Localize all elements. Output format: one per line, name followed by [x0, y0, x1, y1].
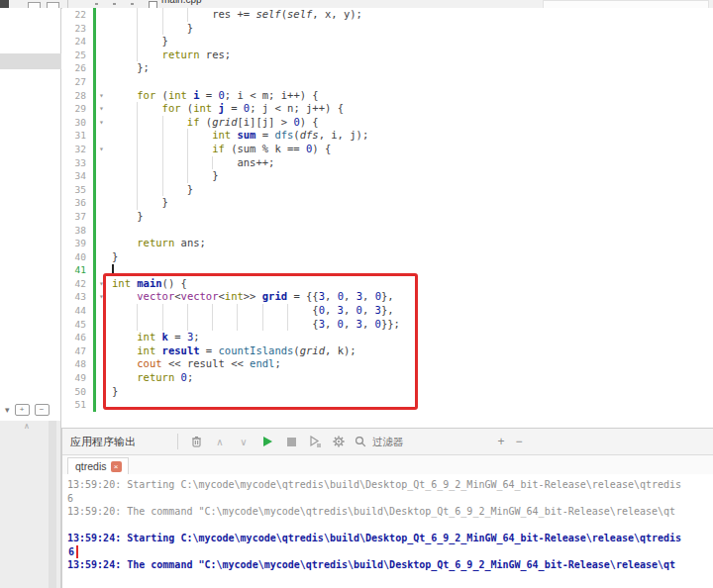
line-number[interactable]: 27: [62, 75, 86, 89]
code-line[interactable]: 23 }: [62, 22, 713, 36]
code-line[interactable]: 29▾ for (int j = 0; j < n; j++) {: [62, 102, 713, 116]
line-number[interactable]: 23: [62, 22, 86, 36]
code-line[interactable]: 44 {0, 3, 0, 3},: [62, 304, 713, 318]
line-number[interactable]: 50: [62, 385, 86, 399]
next-item-button[interactable]: ∨: [234, 433, 254, 450]
sidebar-dropdown-icon[interactable]: ▾: [5, 406, 10, 415]
code-line[interactable]: 34 }: [62, 169, 713, 183]
fold-marker-icon[interactable]: ▾: [99, 143, 104, 156]
code-line[interactable]: 24 }: [62, 35, 713, 49]
forward-icon[interactable]: [113, 3, 116, 5]
code-line[interactable]: 46 int k = 3;: [62, 331, 713, 344]
code-line[interactable]: 43▾ vector<vector<int>> grid = {{3, 0, 3…: [62, 290, 713, 304]
line-number[interactable]: 34: [62, 169, 86, 183]
indent-guide: [137, 35, 138, 49]
prev-item-button[interactable]: ∧: [210, 433, 230, 450]
line-number[interactable]: 24: [62, 35, 86, 49]
code-line[interactable]: 42▾int main() {: [62, 277, 713, 291]
line-number[interactable]: 39: [62, 237, 86, 250]
code-line[interactable]: 25 return res;: [62, 49, 713, 62]
code-line[interactable]: 50}: [62, 385, 713, 399]
fold-marker-icon[interactable]: ▾: [99, 116, 104, 130]
code-line[interactable]: 26 };: [62, 61, 713, 75]
file-tab-label[interactable]: main.cpp: [161, 0, 202, 5]
code-line[interactable]: 45 {3, 0, 3, 0}};: [62, 318, 713, 332]
line-number[interactable]: 33: [62, 156, 86, 170]
fold-marker-icon[interactable]: ▾: [99, 290, 104, 304]
code-line[interactable]: 28▾ for (int i = 0; i < m; i++) {: [62, 89, 713, 103]
code-text: {0, 3, 0, 3},: [112, 304, 713, 318]
sidebar-selected-row[interactable]: [0, 53, 61, 69]
code-line[interactable]: 35 }: [62, 183, 713, 197]
line-number[interactable]: 32: [62, 143, 86, 156]
back-icon[interactable]: [95, 3, 98, 5]
code-line[interactable]: 38: [62, 224, 713, 238]
chevron-up-icon: ∧: [216, 437, 223, 447]
code-line[interactable]: 36 }: [62, 196, 713, 210]
stop-button[interactable]: [281, 433, 301, 450]
tab-qtredis[interactable]: qtredis ×: [67, 457, 129, 474]
code-line[interactable]: 30▾ if (grid[i][j] > 0) {: [62, 116, 713, 130]
line-number[interactable]: 47: [62, 344, 86, 358]
line-number[interactable]: 45: [62, 318, 86, 332]
indent-guide: [137, 304, 138, 318]
line-number[interactable]: 44: [62, 304, 86, 318]
line-number[interactable]: 49: [62, 371, 86, 385]
scroll-up-icon[interactable]: ∧: [24, 422, 30, 431]
code-line[interactable]: 49 return 0;: [62, 371, 713, 385]
code-text: return res;: [112, 49, 713, 62]
code-line[interactable]: 31 int sum = dfs(dfs, i, j);: [62, 129, 713, 143]
expand-all-icon[interactable]: +: [15, 404, 30, 416]
code-line[interactable]: 33 ans++;: [62, 156, 713, 170]
code-line[interactable]: 37 }: [62, 210, 713, 224]
fold-marker-icon[interactable]: ▾: [99, 89, 104, 103]
code-line[interactable]: 32▾ if (sum % k == 0) {: [62, 143, 713, 156]
line-number[interactable]: 40: [62, 250, 86, 264]
zoom-in-button[interactable]: +: [493, 435, 509, 448]
rerun-button[interactable]: [305, 433, 325, 450]
output-pane-title[interactable]: 应用程序输出: [70, 435, 177, 449]
line-number[interactable]: 46: [62, 331, 86, 344]
line-number[interactable]: 41: [62, 263, 86, 277]
code-line[interactable]: 41: [62, 263, 713, 277]
line-number[interactable]: 42: [62, 277, 86, 291]
code-line[interactable]: 40}: [62, 250, 713, 264]
filter-input[interactable]: [370, 435, 463, 448]
code-line[interactable]: 39 return ans;: [62, 237, 713, 250]
line-number[interactable]: 38: [62, 224, 86, 238]
settings-button[interactable]: [329, 433, 349, 450]
code-line[interactable]: 27: [62, 75, 713, 89]
fold-marker-icon[interactable]: ▾: [99, 277, 104, 291]
line-number[interactable]: 31: [62, 129, 86, 143]
code-line[interactable]: 51: [62, 398, 713, 412]
line-number[interactable]: 36: [62, 196, 86, 210]
line-number[interactable]: 25: [62, 49, 86, 62]
line-number[interactable]: 37: [62, 210, 86, 224]
zoom-out-button[interactable]: −: [511, 435, 527, 448]
filter-field[interactable]: [355, 435, 471, 448]
line-number[interactable]: 26: [62, 61, 86, 75]
indent-guide: [262, 304, 263, 318]
line-number[interactable]: 28: [62, 89, 86, 103]
run-button[interactable]: [257, 433, 277, 450]
code-editor[interactable]: 22 res += self(self, x, y);23 }24 }25 re…: [62, 8, 713, 428]
line-number[interactable]: 29: [62, 102, 86, 116]
close-icon[interactable]: ×: [111, 461, 122, 472]
code-line[interactable]: 48 cout << result << endl;: [62, 357, 713, 371]
line-number[interactable]: 43: [62, 290, 86, 304]
line-number[interactable]: 30: [62, 116, 86, 130]
fold-marker-icon[interactable]: ▾: [99, 102, 104, 116]
sidebar-scrollbar[interactable]: [49, 421, 56, 588]
code-line[interactable]: 22 res += self(self, x, y);: [62, 8, 713, 22]
indent-guide: [162, 129, 163, 143]
collapse-all-icon[interactable]: −: [35, 404, 50, 416]
line-number[interactable]: 22: [62, 8, 86, 22]
line-number[interactable]: 51: [62, 398, 86, 412]
line-number[interactable]: 48: [62, 357, 86, 371]
code-text: int result = countIslands(grid, k);: [112, 344, 713, 358]
pin-icon[interactable]: [131, 3, 134, 5]
line-number[interactable]: 35: [62, 183, 86, 197]
clear-output-button[interactable]: [186, 433, 206, 450]
code-line[interactable]: 47 int result = countIslands(grid, k);: [62, 344, 713, 358]
indent-guide: [137, 143, 138, 156]
